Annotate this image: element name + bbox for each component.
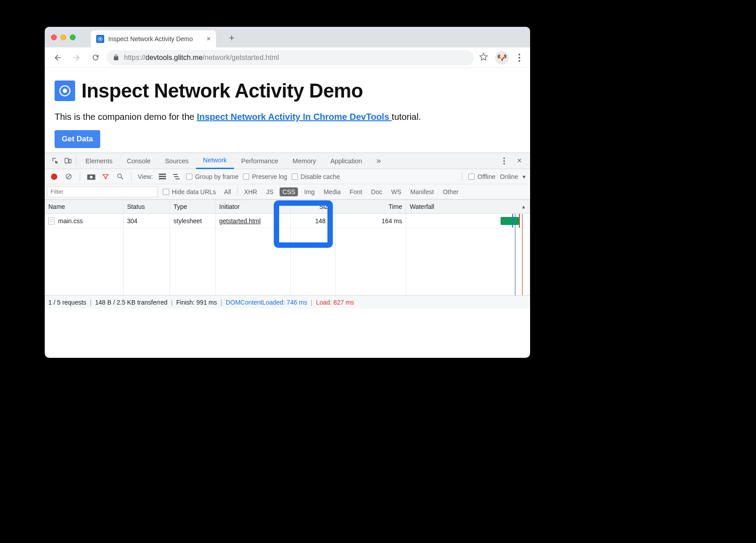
close-devtools-icon[interactable]: ×	[513, 155, 526, 167]
devtools-tab-memory[interactable]: Memory	[285, 153, 323, 169]
svg-point-9	[503, 157, 505, 159]
cell-initiator[interactable]: getstarted.html	[219, 217, 261, 225]
devtools-panel: ElementsConsoleSourcesNetworkPerformance…	[45, 153, 530, 309]
url-text: https://devtools.glitch.me/network/getst…	[124, 54, 279, 62]
cell-type: stylesheet	[170, 214, 216, 228]
hide-data-urls-checkbox[interactable]: Hide data URLs	[163, 188, 216, 195]
url-input[interactable]: https://devtools.glitch.me/network/getst…	[106, 50, 474, 65]
browser-menu-button[interactable]	[514, 54, 525, 62]
disable-cache-checkbox[interactable]: Disable cache	[292, 173, 340, 180]
cell-size: 148 B	[291, 214, 336, 228]
filter-type-other[interactable]: Other	[440, 187, 461, 196]
cell-status: 304	[123, 214, 170, 228]
profile-avatar[interactable]: 🐶	[495, 51, 509, 64]
col-status[interactable]: Status	[123, 200, 170, 213]
reload-button[interactable]	[88, 50, 103, 65]
devtools-overflow-button[interactable]: »	[369, 153, 388, 169]
table-header: Name Status Type Initiator Size Time Wat…	[45, 199, 530, 214]
col-name[interactable]: Name	[45, 200, 123, 213]
tab-title: Inspect Network Activity Demo	[108, 35, 193, 42]
filter-toggle-icon[interactable]	[101, 172, 110, 182]
tab-strip: Inspect Network Activity Demo × +	[45, 27, 530, 47]
address-bar: https://devtools.glitch.me/network/getst…	[45, 47, 530, 68]
overview-icon[interactable]	[172, 172, 182, 182]
close-window-button[interactable]	[51, 34, 57, 40]
close-tab-icon[interactable]: ×	[207, 35, 211, 43]
cell-name: main.css	[58, 217, 83, 225]
svg-rect-22	[174, 176, 178, 177]
new-tab-button[interactable]: +	[225, 31, 238, 45]
svg-point-2	[518, 54, 520, 55]
devtools-menu-icon[interactable]	[498, 155, 510, 167]
browser-tab[interactable]: Inspect Network Activity Demo ×	[91, 30, 216, 47]
filter-type-all[interactable]: All	[221, 187, 234, 196]
col-waterfall[interactable]: Waterfall▲	[406, 200, 530, 213]
svg-rect-23	[175, 178, 180, 179]
svg-point-1	[99, 38, 101, 40]
filter-type-media[interactable]: Media	[321, 187, 343, 196]
maximize-window-button[interactable]	[70, 34, 76, 40]
toggle-device-icon[interactable]	[62, 155, 74, 167]
svg-rect-18	[159, 174, 166, 175]
forward-button[interactable]	[69, 50, 84, 65]
bookmark-star-icon[interactable]	[477, 52, 490, 63]
svg-point-4	[518, 60, 520, 62]
devtools-tab-sources[interactable]: Sources	[158, 153, 196, 169]
svg-point-3	[518, 57, 520, 59]
filter-type-css[interactable]: CSS	[280, 187, 298, 196]
col-initiator[interactable]: Initiator	[216, 200, 291, 213]
page-heading: Inspect Network Activity Demo	[81, 80, 363, 102]
get-data-button[interactable]: Get Data	[55, 130, 100, 148]
preserve-log-checkbox[interactable]: Preserve log	[243, 173, 287, 180]
capture-screenshots-icon[interactable]	[86, 172, 96, 182]
summary-finish: Finish: 991 ms	[176, 299, 217, 306]
back-button[interactable]	[50, 50, 65, 65]
throttle-dropdown-icon[interactable]: ▾	[522, 173, 526, 180]
network-toolbar: View: Group by frame Preserve log Disabl…	[45, 169, 530, 184]
inspect-element-icon[interactable]	[49, 155, 62, 167]
browser-window: Inspect Network Activity Demo × + https:…	[45, 27, 530, 358]
page-intro: This is the companion demo for the Inspe…	[55, 112, 520, 122]
filter-type-js[interactable]: JS	[263, 187, 276, 196]
filter-type-ws[interactable]: WS	[389, 187, 404, 196]
svg-rect-19	[159, 176, 166, 177]
devtools-tab-network[interactable]: Network	[196, 153, 234, 169]
minimize-window-button[interactable]	[60, 34, 66, 40]
devtools-tab-performance[interactable]: Performance	[234, 153, 285, 169]
search-icon[interactable]	[115, 172, 125, 182]
large-rows-icon[interactable]	[157, 172, 167, 182]
clear-button[interactable]	[64, 172, 73, 182]
file-icon	[48, 217, 55, 225]
cell-waterfall	[410, 214, 526, 228]
group-by-frame-checkbox[interactable]: Group by frame	[186, 173, 238, 180]
table-row[interactable]: main.css304stylesheetgetstarted.html148 …	[45, 214, 530, 228]
record-button[interactable]	[49, 172, 59, 182]
svg-point-10	[503, 160, 505, 162]
devtools-tab-bar: ElementsConsoleSourcesNetworkPerformance…	[45, 153, 530, 169]
filter-type-manifest[interactable]: Manifest	[408, 187, 437, 196]
svg-point-6	[63, 89, 67, 93]
devtools-tab-console[interactable]: Console	[119, 153, 157, 169]
col-time[interactable]: Time	[336, 200, 406, 213]
summary-requests: 1 / 5 requests	[48, 299, 86, 306]
devtools-tab-application[interactable]: Application	[323, 153, 369, 169]
favicon-icon	[96, 35, 104, 43]
offline-checkbox[interactable]: Offline	[468, 173, 495, 180]
online-throttle-select[interactable]: Online	[500, 173, 518, 180]
lock-icon	[113, 54, 119, 61]
filter-type-doc[interactable]: Doc	[369, 187, 385, 196]
network-table: Name Status Type Initiator Size Time Wat…	[45, 199, 530, 295]
tutorial-link[interactable]: Inspect Network Activity In Chrome DevTo…	[197, 112, 392, 122]
filter-type-xhr[interactable]: XHR	[241, 187, 260, 196]
summary-dcl: DOMContentLoaded: 746 ms	[226, 299, 307, 306]
network-filter-bar: Hide data URLs AllXHRJSCSSImgMediaFontDo…	[45, 184, 530, 199]
col-type[interactable]: Type	[170, 200, 216, 213]
devtools-tab-elements[interactable]: Elements	[78, 153, 119, 169]
col-size[interactable]: Size	[291, 200, 336, 213]
window-controls	[51, 34, 76, 40]
svg-line-17	[121, 178, 123, 179]
filter-type-font[interactable]: Font	[347, 187, 365, 196]
filter-input[interactable]	[47, 187, 157, 197]
filter-type-img[interactable]: Img	[302, 187, 317, 196]
svg-point-15	[90, 176, 93, 178]
